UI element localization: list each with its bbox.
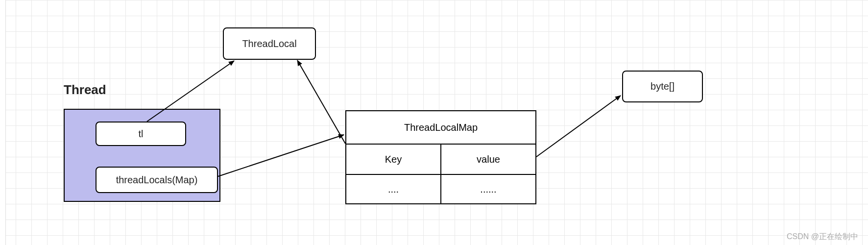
box-threadlocals: threadLocals(Map) — [96, 167, 218, 193]
table-row: Key value — [346, 145, 535, 174]
table-row: .... ...... — [346, 174, 535, 203]
watermark: CSDN @正在绘制中 — [787, 232, 858, 242]
diagram-content: Thread tl threadLocals(Map) ThreadLocal … — [0, 0, 868, 245]
threadlocals-label: threadLocals(Map) — [116, 174, 198, 186]
thread-title: Thread — [64, 82, 106, 98]
threadlocalmap-table: ThreadLocalMap Key value .... ...... — [345, 110, 536, 204]
tlmap-value-cell: ...... — [441, 175, 535, 203]
ruler-left — [0, 0, 6, 245]
threadlocal-label: ThreadLocal — [242, 38, 296, 49]
box-tl: tl — [96, 122, 186, 146]
tlmap-value-cell: value — [441, 145, 535, 174]
box-byte: byte[] — [622, 71, 703, 102]
tlmap-key-cell: .... — [346, 175, 441, 203]
box-threadlocal: ThreadLocal — [223, 27, 316, 60]
byte-label: byte[] — [651, 81, 675, 92]
tl-label: tl — [139, 128, 144, 140]
arrow-threadlocals-to-map — [218, 135, 344, 176]
arrow-key-to-threadlocal — [297, 60, 345, 144]
tlmap-header: ThreadLocalMap — [346, 111, 535, 145]
arrow-value-to-byte — [536, 96, 621, 157]
tlmap-key-cell: Key — [346, 145, 441, 174]
